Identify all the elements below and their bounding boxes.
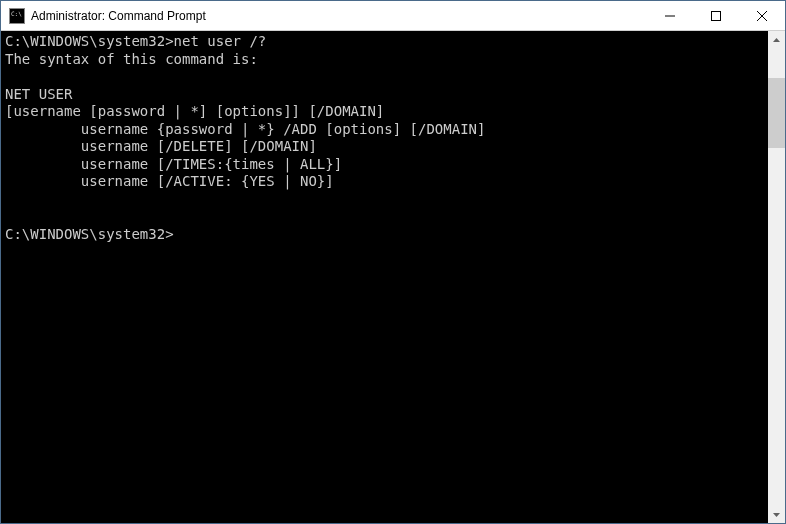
scroll-up-button[interactable]	[768, 31, 785, 48]
window-controls	[647, 1, 785, 30]
output-line: username {password | *} /ADD [options] […	[5, 121, 485, 137]
close-button[interactable]	[739, 1, 785, 30]
maximize-button[interactable]	[693, 1, 739, 30]
svg-marker-4	[773, 38, 780, 42]
svg-rect-1	[712, 11, 721, 20]
output-line: username [/ACTIVE: {YES | NO}]	[5, 173, 334, 189]
vertical-scrollbar[interactable]	[768, 31, 785, 523]
console-output[interactable]: C:\WINDOWS\system32>net user /? The synt…	[1, 31, 768, 523]
window-title: Administrator: Command Prompt	[31, 9, 647, 23]
chevron-down-icon	[773, 513, 780, 517]
scroll-down-button[interactable]	[768, 506, 785, 523]
prompt: C:\WINDOWS\system32>	[5, 33, 174, 49]
minimize-button[interactable]	[647, 1, 693, 30]
close-icon	[757, 11, 767, 21]
svg-marker-5	[773, 513, 780, 517]
scrollbar-thumb[interactable]	[768, 78, 785, 148]
client-area: C:\WINDOWS\system32>net user /? The synt…	[1, 31, 785, 523]
minimize-icon	[665, 11, 675, 21]
command-prompt-window: Administrator: Command Prompt C:\WINDOWS	[0, 0, 786, 524]
output-line: The syntax of this command is:	[5, 51, 258, 67]
output-line: [username [password | *] [options]] [/DO…	[5, 103, 384, 119]
output-line: NET USER	[5, 86, 72, 102]
output-line: username [/DELETE] [/DOMAIN]	[5, 138, 317, 154]
maximize-icon	[711, 11, 721, 21]
command-text: net user /?	[174, 33, 267, 49]
output-line: username [/TIMES:{times | ALL}]	[5, 156, 342, 172]
cmd-icon	[9, 8, 25, 24]
scrollbar-track[interactable]	[768, 48, 785, 506]
chevron-up-icon	[773, 38, 780, 42]
prompt: C:\WINDOWS\system32>	[5, 226, 174, 242]
titlebar[interactable]: Administrator: Command Prompt	[1, 1, 785, 31]
